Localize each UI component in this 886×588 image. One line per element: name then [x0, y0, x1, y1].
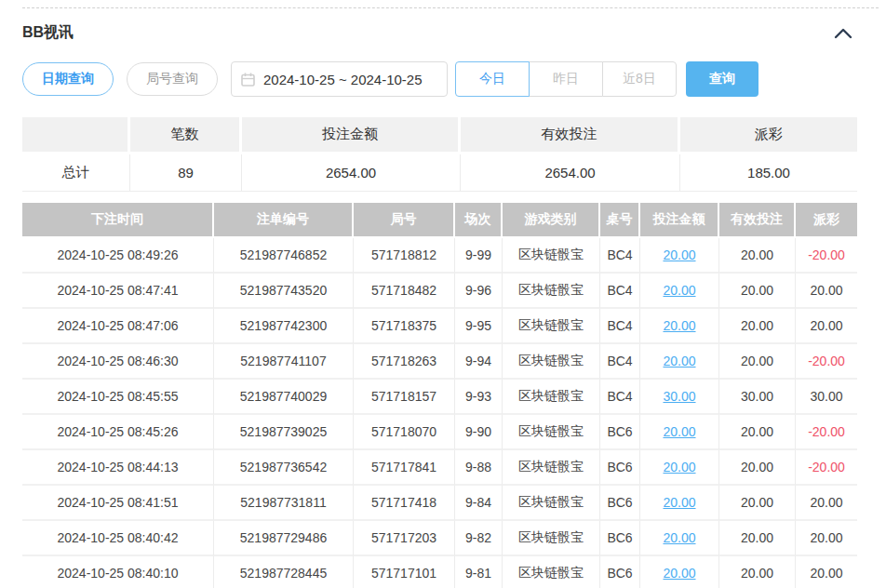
- round-number: 571718070: [354, 415, 455, 450]
- round-number: 571718812: [354, 238, 455, 274]
- valid-bet: 30.00: [719, 380, 796, 415]
- valid-bet: 20.00: [719, 415, 796, 450]
- valid-bet: 20.00: [719, 274, 796, 309]
- summary-col-empty: [22, 117, 130, 154]
- round-number: 571718263: [354, 344, 455, 380]
- order-number: 521987741107: [214, 344, 354, 380]
- table-number: BC6: [600, 556, 640, 588]
- order-number: 521987729486: [214, 521, 354, 556]
- col-round-number: 局号: [354, 203, 455, 238]
- session: 9-81: [455, 556, 503, 588]
- payout: 30.00: [796, 380, 857, 415]
- session: 9-96: [455, 274, 503, 309]
- table-row: 2024-10-25 08:47:41521987743520571718482…: [22, 274, 857, 309]
- round-number: 571717841: [354, 450, 455, 486]
- table-row: 2024-10-25 08:45:55521987740029571718157…: [22, 380, 857, 415]
- bet-amount-link[interactable]: 30.00: [640, 380, 719, 415]
- bet-amount-link[interactable]: 20.00: [640, 450, 719, 486]
- bet-amount-link[interactable]: 20.00: [640, 238, 719, 274]
- tab-date-query[interactable]: 日期查询: [22, 62, 114, 96]
- game-type: 区块链骰宝: [503, 450, 600, 486]
- bet-amount-link[interactable]: 20.00: [640, 521, 719, 556]
- table-number: BC6: [600, 415, 640, 450]
- payout: 20.00: [796, 274, 857, 309]
- session: 9-82: [455, 521, 503, 556]
- order-number: 521987731811: [214, 486, 354, 521]
- table-row: 2024-10-25 08:49:26521987746852571718812…: [22, 238, 857, 274]
- betting-records-panel: BB视讯 日期查询 局号查询 2024-10-25 ~ 2024-10-25 今…: [0, 7, 886, 588]
- order-number: 521987740029: [214, 380, 354, 415]
- round-number: 571718157: [354, 380, 455, 415]
- order-number: 521987743520: [214, 274, 354, 309]
- bet-amount-link[interactable]: 20.00: [640, 274, 719, 309]
- round-number: 571717203: [354, 521, 455, 556]
- bet-time: 2024-10-25 08:49:26: [22, 238, 214, 274]
- quick-range-yesterday[interactable]: 昨日: [529, 61, 603, 97]
- table-row: 2024-10-25 08:45:26521987739025571718070…: [22, 415, 857, 450]
- bet-time: 2024-10-25 08:40:42: [22, 521, 214, 556]
- session: 9-95: [455, 309, 503, 344]
- bet-time: 2024-10-25 08:45:55: [22, 380, 214, 415]
- game-type: 区块链骰宝: [503, 309, 600, 344]
- total-bet-amount: 2654.00: [242, 154, 461, 192]
- date-range-input[interactable]: 2024-10-25 ~ 2024-10-25: [231, 61, 448, 97]
- col-game-type: 游戏类别: [503, 203, 600, 238]
- valid-bet: 20.00: [719, 450, 796, 486]
- order-number: 521987742300: [214, 309, 354, 344]
- payout: 20.00: [796, 521, 857, 556]
- page-title: BB视讯: [22, 23, 74, 43]
- detail-table-body: 2024-10-25 08:49:26521987746852571718812…: [22, 238, 857, 588]
- total-payout: 185.00: [680, 154, 857, 192]
- table-row: 2024-10-25 08:41:51521987731811571717418…: [22, 486, 857, 521]
- bet-time: 2024-10-25 08:44:13: [22, 450, 214, 486]
- table-row: 2024-10-25 08:46:30521987741107571718263…: [22, 344, 857, 380]
- valid-bet: 20.00: [719, 556, 796, 588]
- order-number: 521987728445: [214, 556, 354, 588]
- bet-amount-link[interactable]: 20.00: [640, 309, 719, 344]
- order-number: 521987736542: [214, 450, 354, 486]
- payout: -20.00: [796, 344, 857, 380]
- round-number: 571718482: [354, 274, 455, 309]
- col-valid-bet: 有效投注: [719, 203, 796, 238]
- session: 9-99: [455, 238, 503, 274]
- quick-range-today[interactable]: 今日: [455, 61, 530, 97]
- table-number: BC4: [600, 380, 640, 415]
- table-row: 2024-10-25 08:44:13521987736542571717841…: [22, 450, 857, 486]
- table-number: BC4: [600, 238, 640, 274]
- total-valid-bet: 2654.00: [461, 154, 680, 192]
- valid-bet: 20.00: [719, 486, 796, 521]
- detail-header-row: 下注时间 注单编号 局号 场次 游戏类别 桌号 投注金额 有效投注 派彩: [22, 203, 857, 238]
- bet-time: 2024-10-25 08:40:10: [22, 556, 214, 588]
- payout: -20.00: [796, 450, 857, 486]
- table-row: 2024-10-25 08:47:06521987742300571718375…: [22, 309, 857, 344]
- bet-amount-link[interactable]: 20.00: [640, 556, 719, 588]
- summary-header-row: 笔数 投注金额 有效投注 派彩: [22, 117, 857, 154]
- chevron-up-icon[interactable]: [834, 28, 852, 39]
- total-label: 总计: [22, 154, 130, 192]
- col-table-number: 桌号: [600, 203, 640, 238]
- round-number: 571717101: [354, 556, 455, 588]
- summary-col-valid-bet: 有效投注: [461, 117, 680, 154]
- col-bet-time: 下注时间: [22, 203, 214, 238]
- bet-amount-link[interactable]: 20.00: [640, 344, 719, 380]
- table-number: BC4: [600, 274, 640, 309]
- col-session: 场次: [455, 203, 503, 238]
- search-button[interactable]: 查询: [686, 61, 758, 97]
- valid-bet: 20.00: [719, 521, 796, 556]
- session: 9-94: [455, 344, 503, 380]
- quick-range-group: 今日 昨日 近8日: [455, 61, 677, 97]
- bet-amount-link[interactable]: 20.00: [640, 415, 719, 450]
- table-row: 2024-10-25 08:40:42521987729486571717203…: [22, 521, 857, 556]
- game-type: 区块链骰宝: [503, 344, 600, 380]
- valid-bet: 20.00: [719, 344, 796, 380]
- total-count: 89: [130, 154, 242, 192]
- game-type: 区块链骰宝: [503, 274, 600, 309]
- round-number: 571718375: [354, 309, 455, 344]
- quick-range-last8days[interactable]: 近8日: [602, 61, 677, 97]
- bet-amount-link[interactable]: 20.00: [640, 486, 719, 521]
- col-payout: 派彩: [796, 203, 857, 238]
- valid-bet: 20.00: [719, 309, 796, 344]
- summary-col-count: 笔数: [130, 117, 242, 154]
- table-number: BC4: [600, 309, 640, 344]
- tab-round-query[interactable]: 局号查询: [127, 62, 218, 96]
